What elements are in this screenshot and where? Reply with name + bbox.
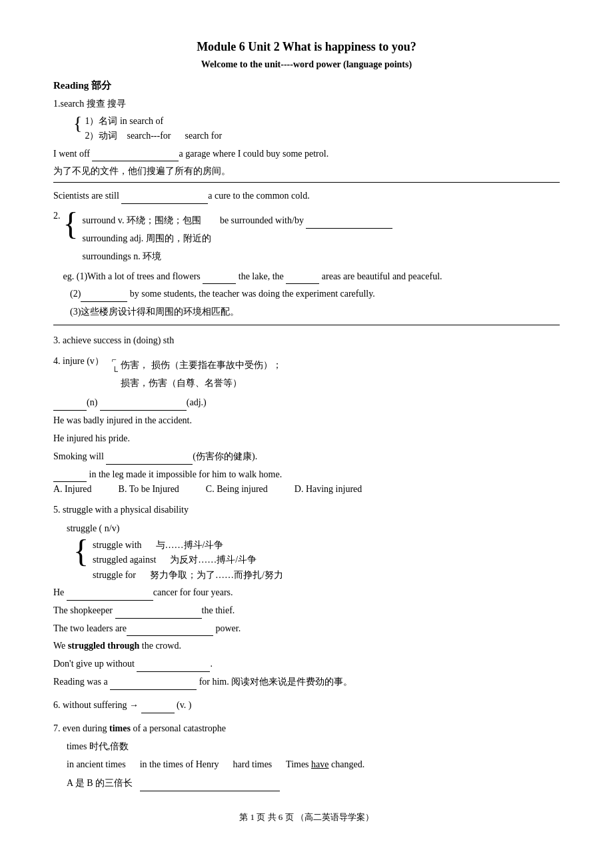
entry-5-ex6: Reading was a for him. 阅读对他来说是件费劲的事。 — [53, 674, 560, 690]
entry-2-num: 2. — [53, 211, 61, 221]
entry-2: 2. { surround v. 环绕；围绕；包围 be surrounded … — [53, 211, 560, 325]
option-b: B. To be Injured — [119, 484, 179, 495]
entry-1: 1.search 搜查 搜寻 { 1）名词 in search of 2）动词 … — [53, 96, 560, 204]
entry-1-ex2: 为了不见的文件，他们搜遍了所有的房间。 — [53, 163, 560, 179]
entry-1-sub-2: 2）动词 search---for search for — [85, 129, 222, 143]
footer: 第 1 页 共 6 页 （高二英语导学案） — [53, 811, 560, 823]
entry-2-ex1: eg. (1)With a lot of trees and flowers t… — [63, 269, 442, 285]
option-c: C. Being injured — [206, 484, 268, 495]
brace-icon-5: { — [73, 538, 89, 565]
entry-3: 3. achieve success in (doing) sth — [53, 332, 560, 349]
entry-5-ex5: Don't give up without . — [53, 656, 560, 672]
entry-3-word: 3. achieve success in (doing) sth — [53, 332, 560, 349]
page-title: Module 6 Unit 2 What is happiness to you… — [53, 40, 560, 54]
entry-4-ex1: He was badly injured in the accident. — [53, 413, 560, 429]
entry-7-sub1: times 时代,倍数 — [67, 738, 560, 755]
entry-4-sub2: 损害，伤害（自尊、名誉等） — [121, 375, 282, 391]
entry-4-num: 4. injure (v） — [53, 355, 104, 367]
brace-icon-4-top: ⌐ — [112, 355, 118, 364]
option-a: A. Injured — [53, 484, 92, 495]
entry-7-sub3: A 是 B 的三倍长 — [67, 775, 560, 791]
entry-2-ex3: (3)这些楼房设计得和周围的环境相匹配。 — [63, 304, 442, 320]
entry-4: 4. injure (v） ⌐ └ 伤害， 损伤（主要指在事故中受伤）； 损害，… — [53, 355, 560, 495]
entry-5-ex4: We struggled through the crowd. — [53, 638, 560, 654]
entry-7-sub2: in ancient times in the times of Henry h… — [67, 756, 560, 773]
entry-5-ex3: The two leaders are power. — [53, 621, 560, 637]
entry-7: 7. even during times of a personal catas… — [53, 720, 560, 791]
entry-5-ex2: The shopkeeper the thief. — [53, 603, 560, 619]
entry-6-word: 6. without suffering → (v. ) — [53, 697, 560, 713]
entry-4-ex4: in the leg made it impossible for him to… — [53, 467, 560, 483]
entry-5: 5. struggle with a physical disability s… — [53, 501, 560, 689]
entry-1-word: search 搜查 搜寻 — [61, 99, 127, 109]
entry-1-ex1: I went off a garage where I could buy so… — [53, 146, 560, 162]
section-heading: Reading 部分 — [53, 79, 560, 92]
entry-5-ex1: He cancer for four years. — [53, 585, 560, 601]
entry-4-ex3: Smoking will (伤害你的健康). — [53, 449, 560, 465]
entry-1-sub-1: 1）名词 in search of — [85, 114, 222, 129]
struggle-for: struggle for 努力争取；为了……而挣扎/努力 — [93, 568, 283, 583]
entry-2-surroundings: surroundings n. 环境 — [83, 248, 393, 265]
page-subtitle: Welcome to the unit----word power (langu… — [53, 59, 560, 70]
brace-icon-2: { — [63, 211, 79, 238]
entry-5-title: 5. struggle with a physical disability — [53, 501, 560, 518]
brace-icon-1: { — [73, 114, 82, 133]
option-d: D. Having injured — [295, 484, 362, 495]
entry-4-options: A. Injured B. To be Injured C. Being inj… — [53, 484, 560, 495]
entry-2-surrounding: surrounding adj. 周围的，附近的 — [83, 230, 393, 247]
entry-4-sub1: 伤害， 损伤（主要指在事故中受伤）； — [121, 357, 282, 373]
entry-4-blanks: (n) (adj.) — [53, 395, 560, 411]
entry-1-num: 1. — [53, 99, 61, 109]
brace-icon-4-bot: └ — [112, 367, 118, 375]
struggle-with: struggle with 与……搏斗/斗争 — [93, 538, 283, 553]
entry-7-title: 7. even during times of a personal catas… — [53, 720, 560, 737]
entry-2-ex2: (2) by some students, the teacher was do… — [63, 286, 442, 302]
entry-5-nv: struggle ( n/v) — [67, 520, 560, 537]
entry-6: 6. without suffering → (v. ) — [53, 697, 560, 713]
struggled-against: struggled against 为反对……搏斗/斗争 — [93, 553, 283, 567]
entry-4-ex2: He injured his pride. — [53, 431, 560, 447]
entry-1-ex3: Scientists are still a cure to the commo… — [53, 188, 560, 204]
entry-2-word: surround v. 环绕；围绕；包围 be surrounded with/… — [83, 212, 393, 229]
